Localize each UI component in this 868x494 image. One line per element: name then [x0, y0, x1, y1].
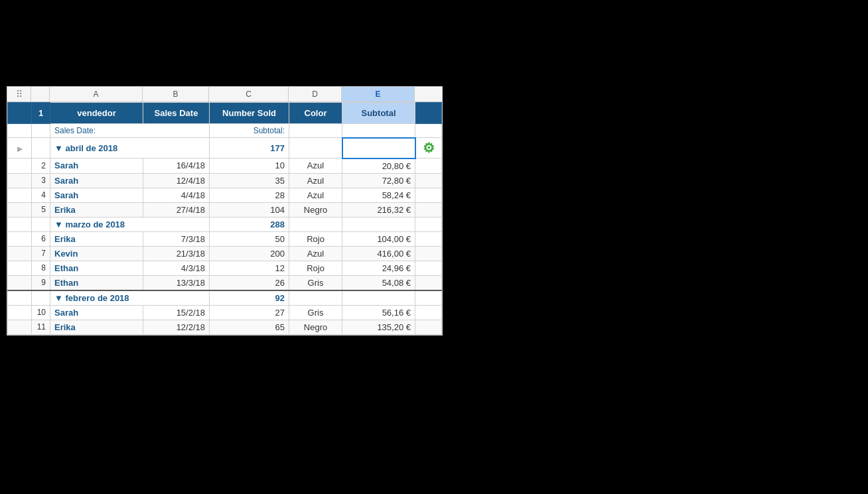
- subtotal-r7: 416,00 €: [342, 246, 415, 261]
- table-row: 3 Sarah 12/4/18 35 Azul 72,80 €: [8, 173, 442, 188]
- dots-sales-date: [8, 124, 32, 138]
- header-number-sold: Number Sold: [210, 103, 289, 124]
- date-r5: 27/4/18: [143, 202, 210, 217]
- header-color: Color: [289, 103, 342, 124]
- rownum-r10: 10: [32, 305, 50, 320]
- extra-r10: [415, 305, 442, 320]
- header-subtotal: Subtotal: [342, 103, 415, 124]
- name-r11: Erika: [50, 320, 143, 334]
- col-letter-e: E: [342, 87, 415, 101]
- name-r5: Erika: [50, 202, 143, 217]
- empty-subtotal-sales: [342, 124, 415, 138]
- extra-r11: [415, 320, 442, 334]
- name-r10: Sarah: [50, 305, 143, 320]
- date-r8: 4/3/18: [143, 261, 210, 275]
- extra-r2: [415, 158, 442, 174]
- sold-r8: 12: [210, 261, 289, 275]
- subtotal-r6: 104,00 €: [342, 231, 415, 246]
- group-marzo: ▼ marzo de 2018 288: [8, 217, 442, 231]
- extra-r4: [415, 188, 442, 202]
- table-row: 7 Kevin 21/3/18 200 Azul 416,00 €: [8, 246, 442, 261]
- dots-r5: [8, 202, 32, 217]
- sold-r11: 65: [210, 320, 289, 334]
- column-letters-row: ⠿ A B C D E: [7, 87, 442, 102]
- header-sales-date: Sales Date: [143, 103, 210, 124]
- rownum-sales-date: [32, 124, 50, 138]
- name-r9: Ethan: [50, 275, 143, 290]
- subtotal-r2: 20,80 €: [342, 158, 415, 174]
- date-r4: 4/4/18: [143, 188, 210, 202]
- table-row: 5 Erika 27/4/18 104 Negro 216,32 €: [8, 202, 442, 217]
- col-letter-d: D: [289, 87, 342, 101]
- abril-color-empty: [289, 138, 342, 158]
- rownum-abril: [32, 138, 50, 158]
- subtotal-r4: 58,24 €: [342, 188, 415, 202]
- sold-r2: 10: [210, 158, 289, 174]
- date-r9: 13/3/18: [143, 275, 210, 290]
- dots-abril: ▶: [8, 138, 32, 158]
- extra-r5: [415, 202, 442, 217]
- header-row: 1 vendedor Sales Date Number Sold Color …: [8, 103, 442, 124]
- rownum-febrero: [32, 290, 50, 306]
- empty-extra-sales: [415, 124, 442, 138]
- febrero-extra-empty: [415, 290, 442, 306]
- rownum-r6: 6: [32, 231, 50, 246]
- febrero-total: 92: [210, 290, 289, 306]
- table-row: 8 Ethan 4/3/18 12 Rojo 24,96 €: [8, 261, 442, 275]
- sales-date-label: Sales Date:: [50, 124, 210, 138]
- sold-r7: 200: [210, 246, 289, 261]
- extra-r9: [415, 275, 442, 290]
- subtotal-r8: 24,96 €: [342, 261, 415, 275]
- abril-label: ▼ abril de 2018: [50, 138, 210, 158]
- marzo-color-empty: [289, 217, 342, 231]
- rownum-r4: 4: [32, 188, 50, 202]
- marzo-label: ▼ marzo de 2018: [50, 217, 210, 231]
- dots-handle[interactable]: ⠿: [16, 89, 23, 99]
- corner-cell: ⠿: [7, 87, 31, 101]
- rownum-marzo: [32, 217, 50, 231]
- table-row: 6 Erika 7/3/18 50 Rojo 104,00 €: [8, 231, 442, 246]
- color-r9: Gris: [289, 275, 342, 290]
- dots-r8: [8, 261, 32, 275]
- col-letter-c: C: [209, 87, 289, 101]
- spreadsheet-table: 1 vendedor Sales Date Number Sold Color …: [7, 102, 442, 335]
- gear-cell[interactable]: ⚙: [415, 138, 442, 158]
- spreadsheet: ⠿ A B C D E 1 vendedor Sales Date Number…: [7, 86, 443, 336]
- subtotal-r3: 72,80 €: [342, 173, 415, 188]
- color-r5: Negro: [289, 202, 342, 217]
- dots-r6: [8, 231, 32, 246]
- color-r7: Azul: [289, 246, 342, 261]
- subtotal-r9: 54,08 €: [342, 275, 415, 290]
- sold-r6: 50: [210, 231, 289, 246]
- row-num-spacer: [31, 87, 50, 101]
- color-r4: Azul: [289, 188, 342, 202]
- color-r8: Rojo: [289, 261, 342, 275]
- abril-subtotal-selected[interactable]: [342, 138, 415, 158]
- header-extra: [415, 103, 442, 124]
- sold-r5: 104: [210, 202, 289, 217]
- table-row: 11 Erika 12/2/18 65 Negro 135,20 €: [8, 320, 442, 334]
- color-r11: Negro: [289, 320, 342, 334]
- dots-marzo: [8, 217, 32, 231]
- date-r10: 15/2/18: [143, 305, 210, 320]
- date-r3: 12/4/18: [143, 173, 210, 188]
- empty-color-sales: [289, 124, 342, 138]
- col-letter-b: B: [143, 87, 209, 101]
- rownum-r3: 3: [32, 173, 50, 188]
- date-r7: 21/3/18: [143, 246, 210, 261]
- group-abril: ▶ ▼ abril de 2018 177 ⚙: [8, 138, 442, 158]
- name-r3: Sarah: [50, 173, 143, 188]
- sold-r3: 35: [210, 173, 289, 188]
- gear-icon[interactable]: ⚙: [423, 141, 435, 155]
- color-r3: Azul: [289, 173, 342, 188]
- extra-r8: [415, 261, 442, 275]
- febrero-label: ▼ febrero de 2018: [50, 290, 210, 306]
- sold-r9: 26: [210, 275, 289, 290]
- marzo-subtotal-empty: [342, 217, 415, 231]
- dots-r4: [8, 188, 32, 202]
- rownum-r7: 7: [32, 246, 50, 261]
- col-letter-a: A: [50, 87, 143, 101]
- marzo-extra-empty: [415, 217, 442, 231]
- name-r7: Kevin: [50, 246, 143, 261]
- subtotal-r11: 135,20 €: [342, 320, 415, 334]
